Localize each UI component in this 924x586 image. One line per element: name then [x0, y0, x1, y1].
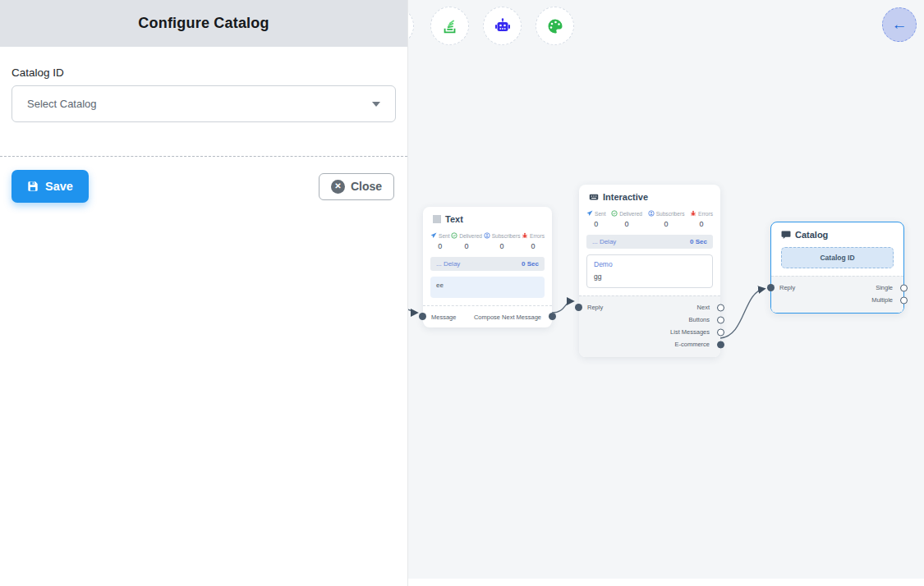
output-ecommerce: E-commerce — [579, 338, 720, 350]
interactive-node-icon — [589, 192, 599, 202]
output-port-multiple[interactable] — [900, 296, 908, 304]
stat-delivered: Delivered 0 — [451, 232, 482, 250]
text-node-icon — [433, 215, 441, 223]
input-port[interactable] — [419, 313, 426, 320]
output-buttons: Buttons — [579, 314, 720, 326]
message-preview[interactable]: ee — [430, 277, 545, 298]
paper-plane-icon — [430, 232, 437, 239]
collapse-panel-button[interactable]: ← — [882, 7, 917, 42]
output-single: Single — [771, 282, 903, 294]
save-button-label: Save — [45, 180, 73, 193]
catalog-node-icon — [781, 230, 791, 240]
layers-icon — [441, 17, 459, 35]
output-next: Next — [579, 301, 720, 314]
node-interactive[interactable]: Interactive Sent 0 Delivered 0 Subscribe… — [579, 185, 720, 357]
user-circle-icon — [484, 232, 490, 239]
panel-header: Configure Catalog — [0, 0, 407, 47]
toolbar-hidden-button[interactable] — [408, 7, 414, 45]
chevron-down-icon — [372, 102, 380, 107]
node-title: Text — [445, 214, 463, 224]
node-text[interactable]: Text Sent 0 Delivered 0 Subscribers 0 Er… — [423, 207, 552, 327]
output-port-next[interactable] — [717, 304, 724, 311]
stat-sent: Sent 0 — [586, 210, 606, 228]
close-button-label: Close — [351, 180, 382, 193]
palette-icon — [545, 16, 565, 36]
catalog-select[interactable]: Select Catalog — [11, 85, 396, 122]
close-button[interactable]: ✕ Close — [319, 173, 394, 200]
input-port-reply[interactable] — [767, 284, 775, 291]
horizontal-scrollbar[interactable] — [408, 579, 924, 586]
close-icon: ✕ — [331, 180, 345, 194]
interactive-card[interactable]: Demo gg — [586, 254, 713, 288]
delay-row[interactable]: ... Delay 0 Sec — [586, 235, 713, 249]
stat-errors: Errors 0 — [690, 210, 713, 228]
node-catalog[interactable]: Catalog Catalog ID Reply Single Multiple — [770, 222, 904, 314]
output-list-messages: List Messages — [579, 326, 720, 338]
stat-subscribers: Subscribers 0 — [484, 232, 521, 250]
catalog-select-placeholder: Select Catalog — [27, 98, 97, 110]
stat-sent: Sent 0 — [430, 232, 450, 250]
delay-row[interactable]: ... Delay 0 Sec — [430, 257, 545, 271]
node-title: Catalog — [795, 230, 828, 240]
toolbar-theme-button[interactable] — [536, 7, 574, 45]
node-title: Interactive — [603, 192, 648, 202]
stat-errors: Errors 0 — [522, 232, 545, 250]
bug-icon — [690, 210, 696, 217]
output-multiple: Multiple — [771, 294, 903, 306]
output-port-ecommerce[interactable] — [717, 341, 724, 348]
flow-canvas[interactable]: ← Text Sent 0 Delivered 0 Subscribers 0 … — [408, 0, 924, 586]
catalog-id-label: Catalog ID — [11, 66, 396, 79]
save-floppy-icon — [27, 181, 39, 192]
bug-icon — [522, 232, 528, 239]
paper-plane-icon — [586, 210, 593, 217]
check-circle-icon — [451, 232, 457, 239]
output-compose-next-message: Compose Next Message — [423, 311, 552, 323]
toolbar-chatbot-button[interactable] — [483, 7, 522, 45]
input-port-reply[interactable] — [575, 304, 582, 311]
robot-icon — [493, 16, 513, 36]
save-button[interactable]: Save — [11, 170, 89, 203]
panel-title: Configure Catalog — [138, 15, 269, 32]
card-title: Demo — [594, 260, 706, 268]
card-body: gg — [594, 272, 706, 281]
arrow-left-icon: ← — [892, 16, 908, 34]
output-port-list-messages[interactable] — [717, 328, 724, 336]
output-port-single[interactable] — [900, 284, 908, 291]
configure-catalog-panel: Configure Catalog Catalog ID Select Cata… — [0, 0, 408, 586]
user-circle-icon — [648, 210, 655, 217]
check-circle-icon — [611, 210, 618, 217]
catalog-id-button[interactable]: Catalog ID — [781, 247, 894, 268]
output-port[interactable] — [549, 313, 556, 320]
toolbar-layers-button[interactable] — [430, 7, 469, 45]
stat-delivered: Delivered 0 — [611, 210, 642, 228]
output-port-buttons[interactable] — [717, 316, 724, 323]
stat-subscribers: Subscribers 0 — [648, 210, 685, 228]
